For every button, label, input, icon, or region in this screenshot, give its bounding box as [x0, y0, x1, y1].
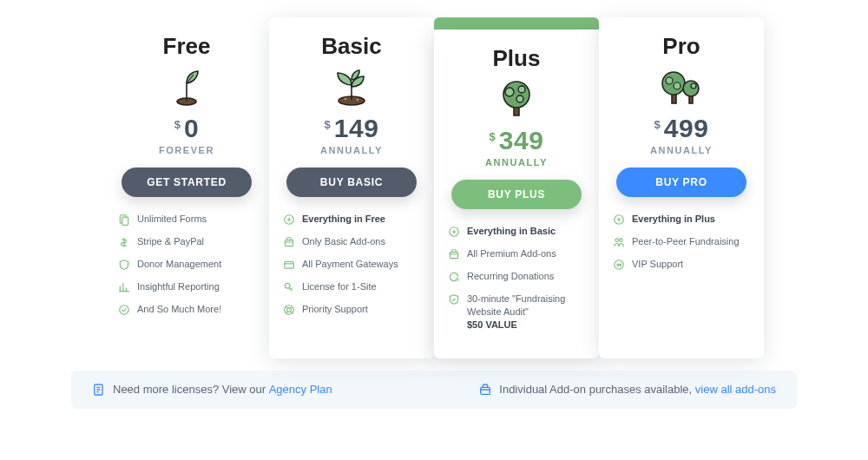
addons-icon [283, 236, 295, 248]
support-icon [283, 304, 295, 316]
addons-icon [448, 248, 460, 260]
feature-list: Everything in Plus Peer-to-Peer Fundrais… [613, 213, 750, 271]
svg-rect-12 [285, 262, 294, 269]
check-circle-icon [118, 304, 130, 316]
svg-point-20 [516, 95, 523, 102]
svg-rect-4 [122, 217, 128, 225]
price-value: 499 [664, 114, 709, 143]
feature-list: Everything in Free Only Basic Add-ons Al… [283, 213, 420, 316]
price-value: 349 [499, 126, 544, 155]
list-item: All Payment Gateways [283, 258, 420, 271]
list-item: Everything in Basic [448, 225, 585, 238]
view-addons-link[interactable]: view all add-ons [695, 383, 776, 396]
svg-point-24 [662, 72, 685, 95]
plus-circle-icon [613, 214, 625, 226]
addons-icon [478, 383, 492, 397]
price-row: $ 349 [448, 126, 585, 155]
list-item: And So Much More! [118, 303, 255, 316]
svg-point-7 [345, 98, 346, 100]
svg-point-15 [287, 308, 292, 312]
svg-point-19 [518, 86, 525, 93]
svg-rect-35 [481, 387, 490, 394]
footer-left: Need more licenses? View our Agency Plan [92, 383, 332, 397]
svg-point-28 [683, 81, 699, 96]
plan-card-plus-wrap: BEST VALUE Plus $ 349 ANNUA [434, 54, 599, 358]
list-item: Insightful Reporting [118, 280, 255, 293]
reporting-icon [118, 281, 130, 293]
list-item: Everything in Free [283, 213, 420, 226]
footer-right: Individual Add-on purchases available, v… [478, 383, 776, 397]
list-item: Peer-to-Peer Fundraising [613, 235, 750, 248]
get-started-button[interactable]: GET STARTED [122, 168, 252, 197]
sprout-icon [118, 67, 255, 107]
list-item: Stripe & PayPal [118, 235, 255, 248]
price-value: 149 [334, 114, 379, 143]
plan-card-plus: Plus $ 349 ANNUALLY BUY PLUS [434, 30, 599, 358]
svg-rect-22 [450, 253, 457, 259]
list-item: Only Basic Add-ons [283, 235, 420, 248]
price-row: $ 0 [118, 114, 255, 143]
list-item: License for 1-Site [283, 280, 420, 293]
footer-bar: Need more licenses? View our Agency Plan… [71, 371, 797, 409]
list-item: All Premium Add-ons [448, 247, 585, 260]
list-item: VIP Support [613, 258, 750, 271]
plan-title: Free [118, 33, 255, 60]
list-item: 30-minute "Fundraising Website Audit"$50… [448, 292, 585, 332]
license-icon [283, 281, 295, 293]
plus-circle-icon [448, 226, 460, 238]
plan-title: Basic [283, 33, 420, 60]
plan-card-free: Free $ 0 FOREVER GET STARTED Unlimited F… [104, 17, 269, 358]
list-item: Everything in Plus [613, 213, 750, 226]
billing-period: ANNUALLY [448, 157, 585, 168]
plan-card-basic: Basic $ 149 ANNUALLY BUY BASIC Everythin… [269, 17, 434, 358]
svg-point-25 [666, 77, 673, 84]
recurring-icon [448, 271, 460, 283]
peer-icon [613, 236, 625, 248]
forms-icon [118, 214, 130, 226]
svg-point-31 [615, 239, 619, 242]
donor-icon [118, 259, 130, 271]
billing-period: FOREVER [118, 145, 255, 155]
currency-symbol: $ [324, 118, 330, 131]
plan-card-pro: Pro $ 499 ANNUALLY BUY PRO Everyth [599, 17, 764, 358]
svg-point-26 [674, 82, 681, 89]
agency-plan-link[interactable]: Agency Plan [269, 383, 332, 396]
forest-icon [613, 67, 750, 107]
buy-pro-button[interactable]: BUY PRO [616, 168, 746, 197]
pricing-grid: Free $ 0 FOREVER GET STARTED Unlimited F… [104, 17, 764, 358]
billing-period: ANNUALLY [283, 145, 420, 155]
buy-plus-button[interactable]: BUY PLUS [451, 180, 582, 209]
list-item: Unlimited Forms [118, 213, 255, 226]
plan-title: Pro [613, 33, 750, 60]
payments-icon [118, 236, 130, 248]
seedling-icon [283, 67, 420, 107]
list-item: Priority Support [283, 303, 420, 316]
currency-symbol: $ [489, 130, 495, 143]
feature-list: Unlimited Forms Stripe & PayPal Donor Ma… [118, 213, 255, 316]
vip-icon [613, 259, 625, 271]
gateway-icon [283, 259, 295, 271]
buy-basic-button[interactable]: BUY BASIC [286, 168, 417, 197]
svg-point-29 [691, 83, 696, 89]
billing-period: ANNUALLY [613, 145, 750, 155]
list-item: Donor Management [118, 258, 255, 271]
svg-point-18 [505, 88, 514, 96]
plus-circle-icon [283, 214, 295, 226]
svg-point-5 [120, 306, 129, 315]
currency-symbol: $ [174, 118, 181, 131]
list-item: Recurring Donations [448, 270, 585, 283]
license-icon [92, 383, 106, 397]
price-value: 0 [184, 114, 199, 143]
svg-rect-11 [285, 240, 293, 246]
svg-point-8 [357, 99, 358, 101]
plan-title: Plus [448, 45, 585, 72]
currency-symbol: $ [654, 118, 660, 131]
tree-icon [448, 79, 585, 119]
pricing-section: Free $ 0 FOREVER GET STARTED Unlimited F… [0, 0, 868, 409]
svg-point-32 [620, 239, 623, 242]
svg-point-13 [285, 283, 290, 288]
feature-list: Everything in Basic All Premium Add-ons … [448, 225, 585, 332]
audit-icon [448, 293, 460, 306]
price-row: $ 499 [613, 114, 750, 143]
price-row: $ 149 [283, 114, 420, 143]
